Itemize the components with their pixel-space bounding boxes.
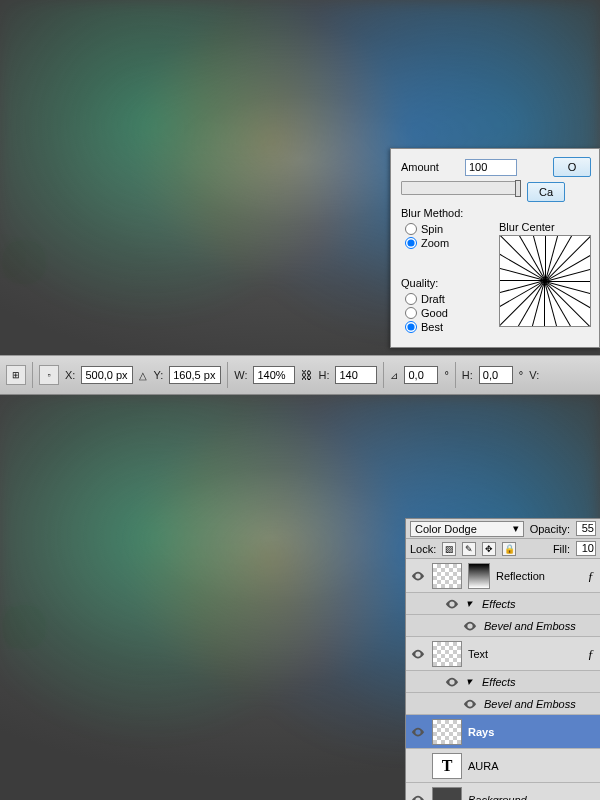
visibility-icon[interactable] bbox=[410, 568, 426, 584]
skew-h-input[interactable] bbox=[479, 366, 513, 384]
disclosure-icon[interactable]: ▾ bbox=[466, 597, 472, 610]
visibility-icon[interactable] bbox=[410, 646, 426, 662]
quality-title: Quality: bbox=[401, 277, 438, 289]
visibility-icon[interactable] bbox=[462, 618, 478, 634]
w-label: W: bbox=[234, 369, 247, 381]
x-label: X: bbox=[65, 369, 75, 381]
h2-label: H: bbox=[462, 369, 473, 381]
lock-transparency-icon[interactable]: ▨ bbox=[442, 542, 456, 556]
layer-row-rays[interactable]: Rays bbox=[406, 715, 600, 749]
mask-thumb[interactable] bbox=[468, 563, 490, 589]
amount-label: Amount bbox=[401, 161, 455, 173]
blur-method-title: Blur Method: bbox=[401, 207, 463, 219]
visibility-icon[interactable] bbox=[444, 596, 460, 612]
lock-all-icon[interactable]: 🔒 bbox=[502, 542, 516, 556]
layer-list: Reflection ƒ ▾ Effects Bevel and Emboss … bbox=[406, 559, 600, 800]
fx-badge[interactable]: ƒ bbox=[588, 568, 597, 584]
radio-good[interactable]: Good bbox=[405, 307, 448, 319]
lock-move-icon[interactable]: ✥ bbox=[482, 542, 496, 556]
effects-row[interactable]: ▾ Effects bbox=[406, 593, 600, 615]
cancel-button[interactable]: Ca bbox=[527, 182, 565, 202]
disclosure-icon[interactable]: ▾ bbox=[466, 675, 472, 688]
y-label: Y: bbox=[153, 369, 163, 381]
fill-label: Fill: bbox=[553, 543, 570, 555]
layer-row-aura[interactable]: T AURA bbox=[406, 749, 600, 783]
layer-thumb[interactable] bbox=[432, 719, 462, 745]
link-icon[interactable]: ⛓ bbox=[301, 369, 312, 381]
ok-button[interactable]: O bbox=[553, 157, 591, 177]
w-input[interactable] bbox=[253, 366, 295, 384]
blur-center-group: Blur Center bbox=[499, 221, 591, 327]
blend-mode-select[interactable]: Color Dodge▾ bbox=[410, 521, 524, 537]
layer-row-reflection[interactable]: Reflection ƒ bbox=[406, 559, 600, 593]
y-input[interactable] bbox=[169, 366, 221, 384]
lock-label: Lock: bbox=[410, 543, 436, 555]
radio-draft[interactable]: Draft bbox=[405, 293, 448, 305]
visibility-icon[interactable] bbox=[410, 724, 426, 740]
chevron-down-icon: ▾ bbox=[513, 522, 519, 535]
layer-thumb[interactable] bbox=[432, 563, 462, 589]
text-layer-icon[interactable]: T bbox=[432, 753, 462, 779]
effects-row[interactable]: ▾ Effects bbox=[406, 671, 600, 693]
h-label: H: bbox=[318, 369, 329, 381]
angle-input[interactable] bbox=[404, 366, 438, 384]
layer-row-text[interactable]: Text ƒ bbox=[406, 637, 600, 671]
amount-slider[interactable] bbox=[401, 181, 519, 195]
layers-panel: Color Dodge▾ Opacity: 55 Lock: ▨ ✎ ✥ 🔒 F… bbox=[405, 518, 600, 800]
transform-options-bar: ⊞ ▫ X: △ Y: W: ⛓ H: ⊿ ° H: ° V: bbox=[0, 355, 600, 395]
layer-thumb[interactable] bbox=[432, 641, 462, 667]
h-input[interactable] bbox=[335, 366, 377, 384]
lock-brush-icon[interactable]: ✎ bbox=[462, 542, 476, 556]
mesh-icon[interactable]: ⊞ bbox=[6, 365, 26, 385]
opacity-input[interactable]: 55 bbox=[576, 521, 596, 536]
effect-bevel-row[interactable]: Bevel and Emboss bbox=[406, 693, 600, 715]
blur-center-preview[interactable] bbox=[499, 235, 591, 327]
quality-group: Quality: Draft Good Best bbox=[401, 277, 448, 335]
fx-badge[interactable]: ƒ bbox=[588, 646, 597, 662]
v-label: V: bbox=[529, 369, 539, 381]
amount-input[interactable] bbox=[465, 159, 517, 176]
opacity-label: Opacity: bbox=[530, 523, 570, 535]
radial-blur-dialog: Amount O Ca Blur Method: Spin Zoom Blur … bbox=[390, 148, 600, 348]
visibility-icon[interactable] bbox=[410, 792, 426, 801]
visibility-icon[interactable] bbox=[444, 674, 460, 690]
effect-bevel-row[interactable]: Bevel and Emboss bbox=[406, 615, 600, 637]
ref-point-icon[interactable]: ▫ bbox=[39, 365, 59, 385]
fill-input[interactable]: 10 bbox=[576, 541, 596, 556]
angle-icon: ⊿ bbox=[390, 370, 398, 381]
visibility-icon[interactable] bbox=[462, 696, 478, 712]
x-input[interactable] bbox=[81, 366, 133, 384]
layer-row-background[interactable]: Background bbox=[406, 783, 600, 800]
layer-thumb[interactable] bbox=[432, 787, 462, 801]
radio-best[interactable]: Best bbox=[405, 321, 448, 333]
blur-center-title: Blur Center bbox=[499, 221, 591, 233]
delta-icon[interactable]: △ bbox=[139, 370, 147, 381]
